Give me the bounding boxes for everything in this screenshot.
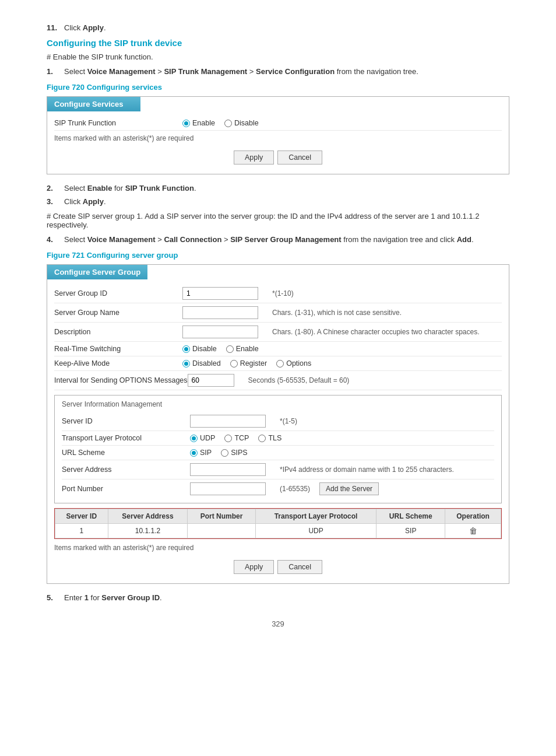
step-4-sep1: > xyxy=(156,235,164,244)
url-scheme-row: URL Scheme SIP SIPS xyxy=(62,446,494,460)
cell-server-id: 1 xyxy=(55,524,108,538)
rts-disable-option[interactable]: Disable xyxy=(182,345,217,353)
tcp-option[interactable]: TCP xyxy=(224,434,249,442)
step-2-bold1: Enable xyxy=(87,184,112,192)
cell-server-address: 10.1.1.2 xyxy=(108,524,188,538)
server-group-name-hint: Chars. (1-31), which is not case sensiti… xyxy=(272,309,402,317)
server-id-row: Server ID *(1-5) xyxy=(62,412,494,431)
step-5-bold1: 1 xyxy=(85,593,89,602)
sip-option[interactable]: SIP xyxy=(190,449,212,457)
step-2-after2: . xyxy=(194,184,196,192)
hash-line-2: # Create SIP server group 1. Add a SIP s… xyxy=(47,212,509,229)
ka-register-option[interactable]: Register xyxy=(230,359,268,368)
step-5-content: Enter 1 for Server Group ID. xyxy=(64,593,509,602)
step-1-bold3: Service Configuration xyxy=(256,67,335,76)
transport-protocol-controls: UDP TCP TLS xyxy=(190,434,494,442)
url-scheme-controls: SIP SIPS xyxy=(190,449,494,457)
step-3-bold: Apply xyxy=(83,197,104,206)
server-group-id-row: Server Group ID *(1-10) xyxy=(54,284,502,303)
server-group-id-input[interactable] xyxy=(182,287,258,300)
step-5: 5. Enter 1 for Server Group ID. xyxy=(47,593,509,602)
step-4: 4. Select Voice Management > Call Connec… xyxy=(47,235,509,244)
step-11: 11. Click Apply. xyxy=(47,23,509,32)
col-port-number: Port Number xyxy=(188,509,256,524)
disable-radio[interactable] xyxy=(224,120,232,127)
ka-register-radio[interactable] xyxy=(230,360,238,368)
cell-operation[interactable]: 🗑 xyxy=(445,524,501,538)
step-11-content: Click Apply. xyxy=(64,23,509,32)
figure-721-caption: Figure 721 Configuring server group xyxy=(47,251,509,260)
server-group-id-label: Server Group ID xyxy=(54,289,182,298)
real-time-switching-controls: Disable Enable xyxy=(182,345,502,353)
ka-options-radio[interactable] xyxy=(276,360,284,368)
fig720-apply-button[interactable]: Apply xyxy=(234,150,274,164)
fig721-btn-row: Apply Cancel xyxy=(54,555,502,579)
step-11-text: Click xyxy=(64,23,83,32)
tls-radio[interactable] xyxy=(258,435,266,442)
ka-options-option[interactable]: Options xyxy=(276,359,311,368)
server-id-input[interactable] xyxy=(190,415,266,428)
description-input[interactable] xyxy=(182,326,258,338)
description-label: Description xyxy=(54,328,182,336)
sips-option[interactable]: SIPS xyxy=(221,449,248,457)
figure-721-inner: Server Group ID *(1-10) Server Group Nam… xyxy=(47,279,509,583)
fig720-cancel-button[interactable]: Cancel xyxy=(277,150,322,164)
port-number-label: Port Number xyxy=(62,485,190,493)
enable-radio[interactable] xyxy=(182,120,190,127)
step-4-sep2: > xyxy=(221,235,230,244)
cell-transport: UDP xyxy=(255,524,376,538)
server-group-name-label: Server Group Name xyxy=(54,309,182,317)
keep-alive-label: Keep-Alive Mode xyxy=(54,359,182,368)
interval-options-input[interactable] xyxy=(188,374,234,387)
port-number-row: Port Number (1-65535) Add the Server xyxy=(62,480,494,498)
server-address-row: Server Address *IPv4 address or domain n… xyxy=(62,460,494,480)
rts-enable-radio[interactable] xyxy=(226,345,234,353)
udp-option[interactable]: UDP xyxy=(190,434,215,442)
step-4-content: Select Voice Management > Call Connectio… xyxy=(64,235,509,244)
server-group-name-input[interactable] xyxy=(182,306,258,319)
sip-trunk-label: SIP Trunk Function xyxy=(54,119,182,127)
step-1-sep1: > xyxy=(156,67,164,76)
interval-options-row: Interval for Sending OPTIONS Messages Se… xyxy=(54,371,502,390)
step-4-bold3: SIP Server Group Management xyxy=(230,235,342,244)
sips-radio[interactable] xyxy=(221,449,228,457)
enable-option[interactable]: Enable xyxy=(182,119,215,127)
server-address-input[interactable] xyxy=(190,463,266,476)
step-5-index: 5. xyxy=(47,593,64,602)
figure-720-caption: Figure 720 Configuring services xyxy=(47,83,509,92)
col-server-address: Server Address xyxy=(108,509,188,524)
step-4-index: 4. xyxy=(47,235,64,244)
step-1-bold1: Voice Management xyxy=(87,67,156,76)
step-4-text: Select xyxy=(64,235,87,244)
ka-disabled-option[interactable]: Disabled xyxy=(182,359,221,368)
udp-radio[interactable] xyxy=(190,435,198,442)
delete-icon[interactable]: 🗑 xyxy=(469,526,477,536)
hash-line-1: # Enable the SIP trunk function. xyxy=(47,52,509,61)
add-server-button[interactable]: Add the Server xyxy=(319,482,379,495)
figure-720-box: Configure Services SIP Trunk Function En… xyxy=(47,96,509,174)
rts-enable-option[interactable]: Enable xyxy=(226,345,259,353)
sip-radio[interactable] xyxy=(190,449,198,457)
real-time-switching-row: Real-Time Switching Disable Enable xyxy=(54,342,502,356)
rts-disable-radio[interactable] xyxy=(182,345,190,353)
ka-disabled-label: Disabled xyxy=(192,359,221,368)
port-number-input[interactable] xyxy=(190,482,266,495)
fig721-cancel-button[interactable]: Cancel xyxy=(277,560,322,574)
server-address-hint: *IPv4 address or domain name with 1 to 2… xyxy=(280,466,454,474)
ka-disabled-radio[interactable] xyxy=(182,360,190,368)
col-server-id: Server ID xyxy=(55,509,108,524)
server-address-label: Server Address xyxy=(62,466,190,474)
description-hint: Chars. (1-80). A Chinese character occup… xyxy=(272,328,480,336)
tcp-radio[interactable] xyxy=(224,435,232,442)
step-2-content: Select Enable for SIP Trunk Function. xyxy=(64,184,509,192)
sip-trunk-controls: Enable Disable xyxy=(182,119,502,127)
server-info-title: Server Information Management xyxy=(62,400,494,408)
fig721-apply-button[interactable]: Apply xyxy=(234,560,274,574)
step-1-content: Select Voice Management > SIP Trunk Mana… xyxy=(64,67,509,76)
server-info-group: Server Information Management Server ID … xyxy=(54,395,502,503)
url-scheme-label: URL Scheme xyxy=(62,449,190,457)
figure-720-inner: SIP Trunk Function Enable Disable Items … xyxy=(47,111,509,174)
step-2-bold2: SIP Trunk Function xyxy=(125,184,194,192)
tls-option[interactable]: TLS xyxy=(258,434,281,442)
disable-option[interactable]: Disable xyxy=(224,119,259,127)
